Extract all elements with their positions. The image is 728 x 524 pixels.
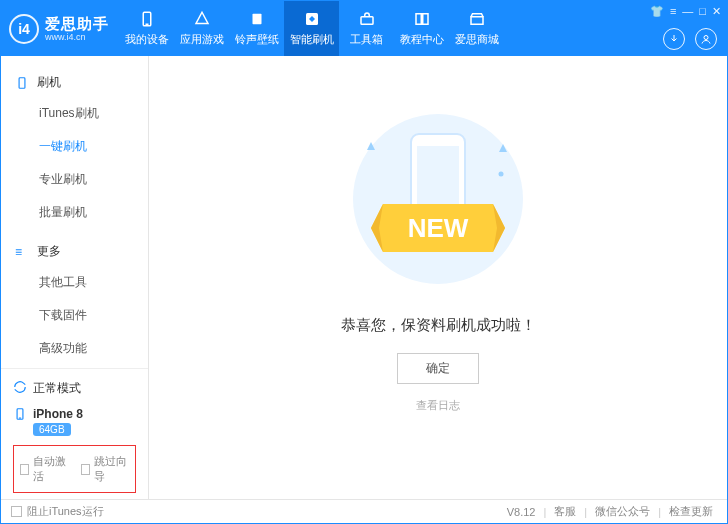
wechat-link[interactable]: 微信公众号 [591,504,654,519]
nav-flash[interactable]: 智能刷机 [284,1,339,56]
app-window: i4 爱思助手 www.i4.cn 我的设备 应用游戏 铃声壁纸 智能刷机 [0,0,728,524]
body: 刷机 iTunes刷机 一键刷机 专业刷机 批量刷机 ≡ 更多 其他工具 下载固… [1,56,727,499]
apps-icon [193,10,211,28]
nav-label: 爱思商城 [455,32,499,47]
sidebar-item-other-tools[interactable]: 其他工具 [1,266,148,299]
device-name: iPhone 8 [33,407,83,421]
view-log-link[interactable]: 查看日志 [416,398,460,413]
checkbox-icon [20,464,29,475]
sidebar-item-batch-flash[interactable]: 批量刷机 [1,196,148,229]
hamburger-icon: ≡ [15,245,31,259]
banner-text: NEW [408,213,469,243]
ringtone-icon [248,10,266,28]
success-message: 恭喜您，保资料刷机成功啦！ [341,316,536,335]
nav-store[interactable]: 爱思商城 [449,1,504,56]
checkbox-label: 跳过向导 [94,454,129,484]
version-label: V8.12 [503,506,540,518]
sidebar-item-advanced[interactable]: 高级功能 [1,332,148,365]
logo-text: 爱思助手 www.i4.cn [45,16,109,42]
svg-point-5 [704,36,708,40]
device-row[interactable]: iPhone 8 64GB [11,402,138,441]
nav-apps[interactable]: 应用游戏 [174,1,229,56]
refresh-icon [13,380,27,397]
svg-rect-4 [361,17,373,25]
skip-guide-checkbox[interactable]: 跳过向导 [81,454,130,484]
checkbox-label: 阻止iTunes运行 [27,504,104,519]
minimize-icon[interactable]: — [682,5,693,18]
nav-label: 教程中心 [400,32,444,47]
nav-ringtones[interactable]: 铃声壁纸 [229,1,284,56]
success-illustration: NEW [333,104,543,294]
confirm-button[interactable]: 确定 [397,353,479,384]
toolbox-icon [358,10,376,28]
skin-icon[interactable]: 👕 [650,5,664,18]
storage-badge: 64GB [33,423,71,436]
sidebar-group-label: 更多 [37,243,61,260]
nav: 我的设备 应用游戏 铃声壁纸 智能刷机 工具箱 教程中心 [119,1,504,56]
checkbox-label: 自动激活 [33,454,68,484]
main-content: NEW 恭喜您，保资料刷机成功啦！ 确定 查看日志 [149,56,727,499]
maximize-icon[interactable]: □ [699,5,706,18]
logo-area: i4 爱思助手 www.i4.cn [9,14,119,44]
update-link[interactable]: 检查更新 [665,504,717,519]
nav-my-device[interactable]: 我的设备 [119,1,174,56]
app-url: www.i4.cn [45,33,109,42]
user-icon[interactable] [695,28,717,50]
nav-toolbox[interactable]: 工具箱 [339,1,394,56]
nav-label: 我的设备 [125,32,169,47]
options-row: 自动激活 跳过向导 [13,445,136,493]
window-controls: 👕 ≡ — □ ✕ [650,5,721,18]
close-icon[interactable]: ✕ [712,5,721,18]
footer: 阻止iTunes运行 V8.12 | 客服 | 微信公众号 | 检查更新 [1,499,727,523]
block-itunes-checkbox[interactable]: 阻止iTunes运行 [11,504,104,519]
checkbox-icon [11,506,22,517]
separator: | [539,506,550,518]
sidebar-group-label: 刷机 [37,74,61,91]
header-right-icons [663,28,717,50]
mode-row[interactable]: 正常模式 [11,375,138,402]
nav-label: 工具箱 [350,32,383,47]
header: i4 爱思助手 www.i4.cn 我的设备 应用游戏 铃声壁纸 智能刷机 [1,1,727,56]
sidebar-group-flash: 刷机 iTunes刷机 一键刷机 专业刷机 批量刷机 [1,64,148,233]
sidebar-item-download-firmware[interactable]: 下载固件 [1,299,148,332]
flash-icon [303,10,321,28]
checkbox-icon [81,464,90,475]
sidebar-group-title[interactable]: ≡ 更多 [1,237,148,266]
nav-label: 智能刷机 [290,32,334,47]
app-title: 爱思助手 [45,16,109,31]
svg-rect-2 [252,14,261,25]
svg-point-13 [499,172,504,177]
svg-rect-6 [19,77,25,88]
download-icon[interactable] [663,28,685,50]
auto-activate-checkbox[interactable]: 自动激活 [20,454,69,484]
sidebar-group-title[interactable]: 刷机 [1,68,148,97]
sidebar-group-more: ≡ 更多 其他工具 下载固件 高级功能 [1,233,148,368]
menu-icon[interactable]: ≡ [670,5,676,18]
phone-icon [15,76,31,90]
sidebar-item-itunes-flash[interactable]: iTunes刷机 [1,97,148,130]
nav-label: 应用游戏 [180,32,224,47]
separator: | [580,506,591,518]
sidebar: 刷机 iTunes刷机 一键刷机 专业刷机 批量刷机 ≡ 更多 其他工具 下载固… [1,56,149,499]
sidebar-item-pro-flash[interactable]: 专业刷机 [1,163,148,196]
nav-label: 铃声壁纸 [235,32,279,47]
phone-icon [138,10,156,28]
logo-icon: i4 [9,14,39,44]
device-info: iPhone 8 64GB [33,407,83,436]
phone-icon [13,407,27,424]
nav-tutorials[interactable]: 教程中心 [394,1,449,56]
separator: | [654,506,665,518]
mode-label: 正常模式 [33,380,81,397]
sidebar-bottom: 正常模式 iPhone 8 64GB 自动激活 [1,368,148,499]
support-link[interactable]: 客服 [550,504,580,519]
store-icon [468,10,486,28]
sidebar-item-onekey-flash[interactable]: 一键刷机 [1,130,148,163]
sidebar-scroll: 刷机 iTunes刷机 一键刷机 专业刷机 批量刷机 ≡ 更多 其他工具 下载固… [1,56,148,368]
book-icon [413,10,431,28]
